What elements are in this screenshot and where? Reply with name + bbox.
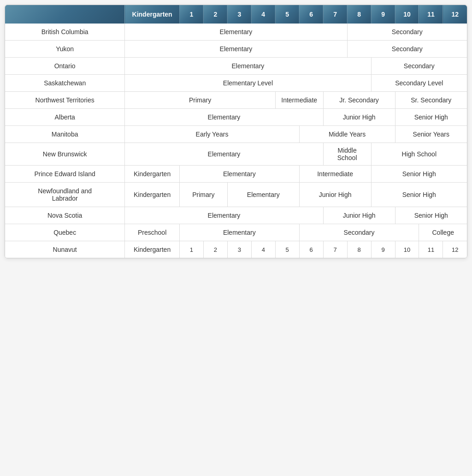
grade-cell-4: 4: [251, 241, 275, 258]
grade-3-header: 3: [227, 5, 251, 24]
span-cell: College: [419, 224, 467, 241]
grade-5-header: 5: [275, 5, 299, 24]
span-cell: Elementary: [125, 58, 371, 75]
span-cell: Secondary: [347, 24, 467, 41]
grade-6-header: 6: [299, 5, 323, 24]
table-row: AlbertaElementaryJunior HighSenior High: [5, 109, 467, 126]
province-name: Yukon: [5, 41, 125, 58]
span-cell: Elementary: [125, 207, 323, 224]
span-cell: Elementary Level: [125, 75, 371, 92]
province-name: New Brunswick: [5, 143, 125, 166]
table-row: OntarioElementarySecondary: [5, 58, 467, 75]
span-cell: Elementary: [125, 143, 323, 166]
grade-cell-5: 5: [275, 241, 299, 258]
span-cell: Jr. Secondary: [323, 92, 395, 109]
span-cell: Senior High: [395, 207, 467, 224]
span-cell: Junior High: [299, 183, 371, 207]
table-row: British ColumbiaElementarySecondary: [5, 24, 467, 41]
span-cell: High School: [371, 143, 467, 166]
table-row: SaskatchewanElementary LevelSecondary Le…: [5, 75, 467, 92]
province-header: [5, 5, 125, 24]
span-cell: Secondary: [371, 58, 467, 75]
span-cell: Elementary: [179, 224, 299, 241]
span-cell: Elementary: [125, 109, 323, 126]
grade-cell-12: 12: [443, 241, 467, 258]
span-cell: Sr. Secondary: [395, 92, 467, 109]
table-row: Northwest TerritoriesPrimaryIntermediate…: [5, 92, 467, 109]
span-cell: Secondary: [299, 224, 419, 241]
grade-1-header: 1: [179, 5, 203, 24]
span-cell: Senior High: [395, 109, 467, 126]
table-row: Prince Edward IslandKindergartenElementa…: [5, 166, 467, 183]
table-row: YukonElementarySecondary: [5, 41, 467, 58]
grade-10-header: 10: [395, 5, 419, 24]
province-name: Alberta: [5, 109, 125, 126]
span-cell: Kindergarten: [125, 166, 180, 183]
province-name: Saskatchewan: [5, 75, 125, 92]
span-cell: Secondary: [347, 41, 467, 58]
province-name: Ontario: [5, 58, 125, 75]
province-name: Newfoundland and Labrador: [5, 183, 125, 207]
province-name: Northwest Territories: [5, 92, 125, 109]
grade-12-header: 12: [443, 5, 467, 24]
span-cell: Junior High: [323, 109, 395, 126]
span-cell: Intermediate: [275, 92, 323, 109]
span-cell: Primary: [179, 183, 227, 207]
grade-11-header: 11: [419, 5, 443, 24]
grade-cell-7: 7: [323, 241, 347, 258]
province-name: Quebec: [5, 224, 125, 241]
grade-cell-6: 6: [299, 241, 323, 258]
span-cell: Primary: [125, 92, 275, 109]
span-cell: Elementary: [125, 41, 347, 58]
table-row: New BrunswickElementaryMiddle SchoolHigh…: [5, 143, 467, 166]
province-name: British Columbia: [5, 24, 125, 41]
table-row: Nova ScotiaElementaryJunior HighSenior H…: [5, 207, 467, 224]
span-cell: Preschool: [125, 224, 180, 241]
span-cell: Elementary: [227, 183, 299, 207]
province-name: Manitoba: [5, 126, 125, 143]
kg-cell: Kindergarten: [125, 241, 180, 258]
span-cell: Senior High: [371, 183, 467, 207]
span-cell: Elementary: [125, 24, 347, 41]
table-row: QuebecPreschoolElementarySecondaryColleg…: [5, 224, 467, 241]
grade-cell-8: 8: [347, 241, 371, 258]
province-name: Nunavut: [5, 241, 125, 258]
grade-cell-3: 3: [227, 241, 251, 258]
span-cell: Senior High: [371, 166, 467, 183]
grade-8-header: 8: [347, 5, 371, 24]
grade-cell-1: 1: [179, 241, 203, 258]
span-cell: Elementary: [179, 166, 299, 183]
kindergarten-header: Kindergarten: [125, 5, 180, 24]
grade-cell-2: 2: [203, 241, 227, 258]
grade-7-header: 7: [323, 5, 347, 24]
table-row: ManitobaEarly YearsMiddle YearsSenior Ye…: [5, 126, 467, 143]
province-name: Nova Scotia: [5, 207, 125, 224]
table-row: NunavutKindergarten123456789101112: [5, 241, 467, 258]
span-cell: Secondary Level: [371, 75, 467, 92]
grade-2-header: 2: [203, 5, 227, 24]
span-cell: Kindergarten: [125, 183, 180, 207]
span-cell: Middle Years: [299, 126, 395, 143]
grade-cell-10: 10: [395, 241, 419, 258]
grade-4-header: 4: [251, 5, 275, 24]
grade-9-header: 9: [371, 5, 395, 24]
span-cell: Early Years: [125, 126, 299, 143]
span-cell: Junior High: [323, 207, 395, 224]
span-cell: Senior Years: [395, 126, 467, 143]
grade-cell-9: 9: [371, 241, 395, 258]
school-system-table: Kindergarten123456789101112 British Colu…: [5, 5, 467, 258]
province-name: Prince Edward Island: [5, 166, 125, 183]
span-cell: Middle School: [323, 143, 371, 166]
table-row: Newfoundland and LabradorKindergartenPri…: [5, 183, 467, 207]
grade-cell-11: 11: [419, 241, 443, 258]
span-cell: Intermediate: [299, 166, 371, 183]
